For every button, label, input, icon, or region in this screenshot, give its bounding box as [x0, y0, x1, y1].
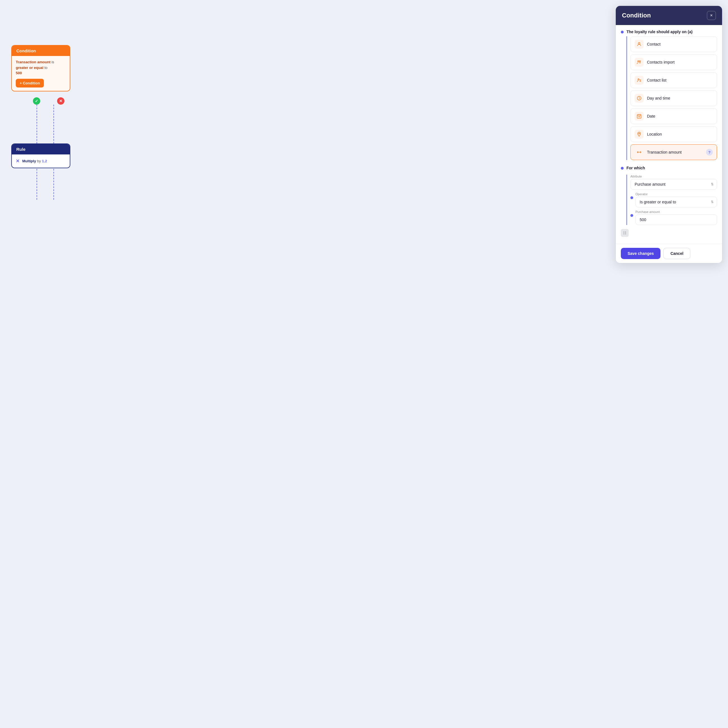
connector-dot-green: ✓ — [33, 97, 40, 105]
rule-item: ✕ Multiply by 1.2 — [16, 158, 66, 164]
contact-list-icon-wrapper — [635, 76, 644, 85]
operator-row: Operator Is greater or equal to — [630, 193, 717, 207]
section1-dot — [621, 31, 624, 34]
transaction-amount-icon-wrapper — [635, 148, 644, 157]
option-contact-list-label: Contact list — [647, 78, 667, 83]
attribute-group: Attribute Purchase amount — [630, 175, 717, 190]
option-date-label: Date — [647, 114, 655, 118]
panel-footer: Save changes Cancel — [616, 243, 722, 263]
attribute-label: Attribute — [630, 175, 717, 178]
operator-field: Operator Is greater or equal to — [635, 193, 717, 207]
condition-card-header: Condition — [12, 46, 70, 56]
section2-row: For which — [621, 166, 717, 173]
condition-text-amount: Transaction amount — [16, 60, 50, 64]
option-contact-list[interactable]: Contact list — [630, 72, 717, 88]
svg-point-15 — [624, 231, 624, 232]
condition-text-operator: greater or equal — [16, 66, 43, 70]
panel-header: Condition × — [616, 6, 722, 25]
save-changes-button[interactable]: Save changes — [621, 248, 661, 259]
section1-row: The loyalty rule should apply on (a) Con… — [621, 29, 717, 162]
panel-title: Condition — [622, 12, 651, 19]
operator-dot — [630, 196, 633, 199]
operator-select-wrapper: Is greater or equal to — [635, 197, 717, 207]
option-day-and-time[interactable]: Day and time — [630, 90, 717, 106]
condition-card: Condition Transaction amount is greater … — [11, 45, 70, 92]
svg-point-0 — [638, 43, 640, 44]
svg-point-17 — [624, 234, 624, 234]
option-day-and-time-label: Day and time — [647, 96, 670, 101]
rule-card-header: Rule — [12, 144, 70, 154]
attribute-select-wrapper: Purchase amount — [630, 179, 717, 190]
contacts-import-icon-wrapper — [635, 58, 644, 67]
option-location-label: Location — [647, 132, 662, 136]
option-transaction-amount[interactable]: Transaction amount ? — [630, 144, 717, 160]
section2-dot — [621, 167, 624, 170]
condition-text: Transaction amount is greater or equal t… — [16, 60, 66, 76]
purchase-amount-field: Purchase amount — [635, 210, 717, 225]
svg-point-1 — [638, 61, 639, 62]
cancel-button[interactable]: Cancel — [663, 248, 690, 259]
location-icon-wrapper — [635, 130, 644, 139]
connector-dot-red: ✕ — [57, 97, 64, 105]
condition-panel: Condition × The loyalty rule should appl… — [615, 6, 722, 263]
rule-card-title: Rule — [16, 147, 26, 151]
svg-point-3 — [638, 79, 639, 80]
purchase-amount-label: Purchase amount — [635, 210, 717, 214]
drag-handle-icon[interactable] — [621, 229, 629, 237]
option-contact-label: Contact — [647, 42, 661, 46]
for-which-fields: Attribute Purchase amount Operator — [627, 175, 717, 225]
rule-card: Rule ✕ Multiply by 1.2 — [11, 144, 70, 168]
condition-text-to: to — [44, 66, 47, 70]
option-date[interactable]: Date — [630, 108, 717, 124]
condition-text-is: is — [52, 60, 54, 64]
rule-x-icon: ✕ — [16, 158, 20, 164]
svg-point-13 — [639, 133, 640, 134]
close-icon: × — [710, 13, 713, 18]
attribute-select[interactable]: Purchase amount — [630, 179, 717, 190]
svg-point-2 — [639, 61, 641, 62]
for-which-section: For which Attribute Purchase amount — [621, 166, 717, 225]
purchase-amount-input[interactable] — [635, 214, 717, 225]
day-and-time-icon-wrapper — [635, 94, 644, 102]
dashed-line-bottom-right — [54, 166, 54, 200]
help-icon: ? — [706, 149, 713, 156]
svg-point-19 — [626, 232, 626, 233]
purchase-amount-row: Purchase amount — [630, 210, 717, 225]
section2-label: For which — [627, 166, 645, 170]
option-transaction-amount-label: Transaction amount — [647, 150, 682, 154]
panel-close-button[interactable]: × — [707, 11, 716, 20]
left-area: Condition Transaction amount is greater … — [11, 45, 70, 92]
condition-card-title: Condition — [16, 48, 36, 53]
add-condition-button[interactable]: + Condition — [16, 79, 44, 87]
option-contacts-import[interactable]: Contacts import — [630, 54, 717, 70]
section1-content: The loyalty rule should apply on (a) Con… — [627, 29, 717, 162]
date-icon-wrapper — [635, 112, 644, 121]
operator-select[interactable]: Is greater or equal to — [635, 197, 717, 207]
section1-label: The loyalty rule should apply on (a) — [627, 29, 717, 34]
add-condition-label: + Condition — [20, 81, 40, 85]
svg-point-12 — [639, 116, 639, 117]
option-location[interactable]: Location — [630, 126, 717, 142]
drag-icon-row — [621, 228, 717, 239]
condition-text-value: 500 — [16, 71, 22, 75]
svg-point-20 — [626, 234, 626, 234]
contact-icon-wrapper — [635, 40, 644, 49]
rule-card-body: ✕ Multiply by 1.2 — [12, 154, 70, 168]
rule-multiply-label: Multiply by 1.2 — [22, 159, 47, 163]
svg-point-18 — [626, 231, 626, 232]
purchase-amount-dot — [630, 214, 633, 217]
dashed-line-bottom-left — [37, 166, 37, 200]
panel-body: The loyalty rule should apply on (a) Con… — [616, 25, 722, 243]
condition-card-body: Transaction amount is greater or equal t… — [12, 56, 70, 91]
operator-label: Operator — [635, 193, 717, 196]
svg-point-16 — [624, 232, 624, 233]
options-group: Contact Contacts import — [627, 36, 717, 160]
option-contact[interactable]: Contact — [630, 36, 717, 52]
option-contacts-import-label: Contacts import — [647, 60, 674, 64]
